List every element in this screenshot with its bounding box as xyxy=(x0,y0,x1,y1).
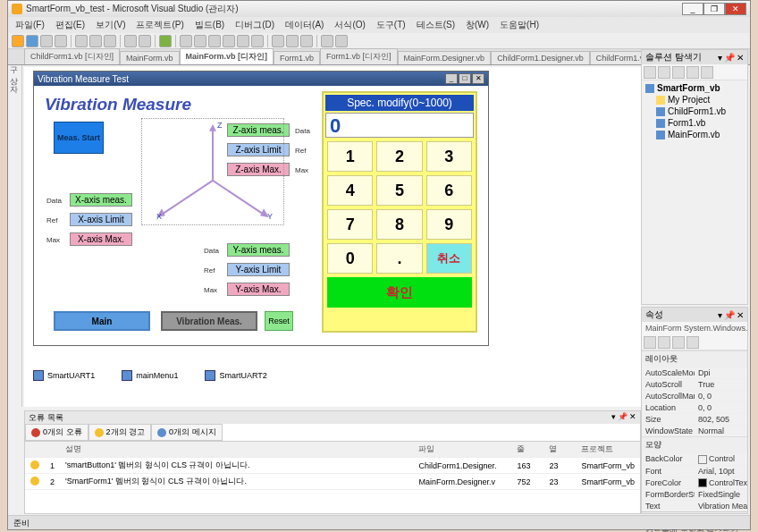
key-confirm[interactable]: 확인 xyxy=(327,277,472,308)
props-row[interactable]: Size802, 505 xyxy=(642,413,747,425)
props-row[interactable]: Location0, 0 xyxy=(642,401,747,413)
panel-close-icon[interactable]: ✕ xyxy=(737,310,744,320)
props-category-layout[interactable]: 레이아웃 xyxy=(642,350,747,367)
y-axis-max-field[interactable]: Y-axis Max. xyxy=(227,283,290,296)
menu-edit[interactable]: 편집(E) xyxy=(52,19,88,31)
key-cancel[interactable]: 취소 xyxy=(426,243,472,274)
props-row[interactable]: WindowStateNormal xyxy=(642,425,747,436)
component-smartuart2[interactable]: SmartUART2 xyxy=(205,370,266,381)
keypad-display[interactable]: 0 xyxy=(325,113,474,138)
toolbar-align-middle-icon[interactable] xyxy=(237,35,249,47)
tree-item-childform1[interactable]: ChildForm1.vb xyxy=(645,106,744,117)
warnings-tab[interactable]: 2개의 경고 xyxy=(88,424,152,441)
menu-format[interactable]: 서식(O) xyxy=(331,19,368,31)
panel-pin-icon[interactable]: 📌 xyxy=(618,412,627,423)
props-properties-icon[interactable] xyxy=(672,336,685,349)
form-window[interactable]: Vibration Measure Test _ □ ✕ Vibration M… xyxy=(33,71,489,346)
tab-childform1-design[interactable]: ChildForm1.vb [디자인] xyxy=(24,48,120,64)
key-1[interactable]: 1 xyxy=(327,141,373,172)
error-row[interactable]: 2'SmartForm1' 멤버의 형식이 CLS 규격이 아닙니다.MainF… xyxy=(25,474,640,490)
props-row[interactable]: FontArial, 10pt xyxy=(642,465,747,477)
toolbar-copy-icon[interactable] xyxy=(89,35,102,47)
panel-close-icon[interactable]: ✕ xyxy=(629,412,636,423)
window-minimize-button[interactable]: _ xyxy=(682,3,703,15)
props-categorized-icon[interactable] xyxy=(644,336,656,349)
toolbar-paste-icon[interactable] xyxy=(104,35,116,47)
window-maximize-button[interactable]: ❐ xyxy=(703,3,725,15)
vibration-meas-button[interactable]: Vibration Meas. xyxy=(161,311,257,331)
key-5[interactable]: 5 xyxy=(376,175,422,206)
toolbar-cut-icon[interactable] xyxy=(75,35,88,47)
tab-mainform-design[interactable]: MainForm.vb [디자인] xyxy=(180,48,274,64)
messages-tab[interactable]: 0개의 메시지 xyxy=(151,424,223,441)
panel-dropdown-icon[interactable]: ▾ xyxy=(611,412,616,423)
toolbar-align-left-icon[interactable] xyxy=(180,35,192,47)
key-2[interactable]: 2 xyxy=(376,141,422,172)
props-row[interactable]: BackColorControl xyxy=(642,452,747,465)
key-dot[interactable]: . xyxy=(376,243,422,274)
props-events-icon[interactable] xyxy=(686,336,699,349)
component-smartuart1[interactable]: SmartUART1 xyxy=(33,370,95,381)
col-column[interactable]: 열 xyxy=(543,442,576,458)
props-row[interactable]: AutoScrollMar0, 0 xyxy=(642,390,747,401)
tree-item-mainform[interactable]: MainForm.vb xyxy=(645,129,744,140)
menu-data[interactable]: 데이터(A) xyxy=(282,19,327,31)
meas-start-button[interactable]: Meas. Start xyxy=(54,122,104,154)
tree-item-form1[interactable]: Form1.vb xyxy=(645,117,744,129)
props-row[interactable]: FormBorderStyFixedSingle xyxy=(642,488,747,500)
toolbar-align-center-icon[interactable] xyxy=(194,35,206,47)
key-7[interactable]: 7 xyxy=(327,209,373,240)
col-description[interactable]: 설명 xyxy=(60,442,413,458)
props-row[interactable]: AutoScrollTrue xyxy=(642,378,747,390)
props-category-appearance[interactable]: 모양 xyxy=(642,436,747,452)
se-refresh-icon[interactable] xyxy=(672,66,685,79)
toolbox-collapsed-tab[interactable]: 도구 상자 xyxy=(8,49,22,407)
error-row[interactable]: 1'smartButton1' 멤버의 형식이 CLS 규격이 아닙니다.Chi… xyxy=(25,458,640,474)
tree-item-myproject[interactable]: My Project xyxy=(645,94,744,106)
toolbar-new-icon[interactable] xyxy=(12,35,24,47)
col-project[interactable]: 프로젝트 xyxy=(576,442,640,458)
form-minimize-icon[interactable]: _ xyxy=(445,73,458,84)
toolbar-open-icon[interactable] xyxy=(26,35,38,47)
main-button[interactable]: Main xyxy=(54,311,150,331)
toolbar-saveall-icon[interactable] xyxy=(55,35,67,47)
reset-button[interactable]: Reset xyxy=(265,311,293,331)
menu-help[interactable]: 도움말(H) xyxy=(496,19,543,31)
key-0[interactable]: 0 xyxy=(327,243,373,274)
menu-debug[interactable]: 디버그(D) xyxy=(232,19,278,31)
se-showall-icon[interactable] xyxy=(658,66,670,79)
toolbar-size-width-icon[interactable] xyxy=(272,35,284,47)
component-mainmenu1[interactable]: mainMenu1 xyxy=(122,370,178,381)
tab-form1-vb[interactable]: Form1.vb xyxy=(274,51,320,64)
errors-tab[interactable]: 0개의 오류 xyxy=(25,424,88,441)
toolbar-align-top-icon[interactable] xyxy=(223,35,235,47)
panel-dropdown-icon[interactable]: ▾ xyxy=(718,310,722,320)
toolbar-redo-icon[interactable] xyxy=(139,35,151,47)
x-axis-meas-field[interactable]: X-axis meas. xyxy=(70,193,132,207)
key-8[interactable]: 8 xyxy=(376,209,422,240)
panel-pin-icon[interactable]: 📌 xyxy=(724,310,735,320)
props-row[interactable]: TextVibration Mea xyxy=(642,500,747,511)
form-close-icon[interactable]: ✕ xyxy=(472,73,484,84)
panel-dropdown-icon[interactable]: ▾ xyxy=(718,53,722,63)
design-surface[interactable]: Vibration Measure Test _ □ ✕ Vibration M… xyxy=(24,67,641,407)
panel-pin-icon[interactable]: 📌 xyxy=(724,53,735,63)
toolbar-send-back-icon[interactable] xyxy=(335,35,348,47)
tab-mainform-vb[interactable]: MainForm.vb xyxy=(120,51,180,64)
key-4[interactable]: 4 xyxy=(327,175,373,206)
menu-project[interactable]: 프로젝트(P) xyxy=(132,19,187,31)
tree-root[interactable]: SmartForm_vb xyxy=(645,82,744,94)
toolbar-align-right-icon[interactable] xyxy=(208,35,221,47)
y-axis-meas-field[interactable]: Y-axis meas. xyxy=(227,243,290,257)
tab-form1-design[interactable]: Form1.vb [디자인] xyxy=(320,48,398,64)
toolbar-bring-front-icon[interactable] xyxy=(321,35,333,47)
window-close-button[interactable]: ✕ xyxy=(725,3,746,15)
panel-close-icon[interactable]: ✕ xyxy=(737,53,744,63)
menu-build[interactable]: 빌드(B) xyxy=(191,19,228,31)
props-row[interactable]: AutoScaleModDpi xyxy=(642,367,747,378)
se-viewcode-icon[interactable] xyxy=(686,66,699,79)
menu-window[interactable]: 창(W) xyxy=(462,19,493,31)
key-9[interactable]: 9 xyxy=(426,209,472,240)
form-maximize-icon[interactable]: □ xyxy=(459,73,471,84)
tab-childform1-designer[interactable]: ChildForm1.Designer.vb xyxy=(491,51,590,64)
